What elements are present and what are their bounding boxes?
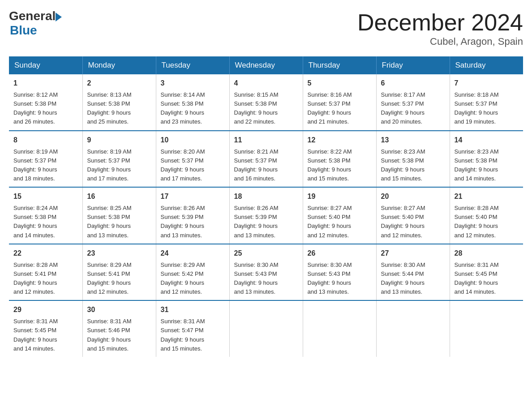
calendar-week-row: 8Sunrise: 8:19 AMSunset: 5:37 PMDaylight… [9, 131, 523, 188]
calendar-day-cell: 24Sunrise: 8:29 AMSunset: 5:42 PMDayligh… [156, 244, 229, 301]
day-number: 15 [13, 191, 78, 202]
page-header: General Blue December 2024 Cubel, Aragon… [9, 9, 523, 47]
day-number: 26 [308, 248, 372, 259]
location-subtitle: Cubel, Aragon, Spain [357, 36, 523, 47]
day-number: 27 [381, 248, 445, 259]
day-of-week-header: Monday [82, 56, 156, 74]
day-info: Sunrise: 8:22 AMSunset: 5:38 PMDaylight:… [308, 147, 372, 184]
calendar-day-cell: 30Sunrise: 8:31 AMSunset: 5:46 PMDayligh… [82, 300, 156, 357]
day-info: Sunrise: 8:19 AMSunset: 5:37 PMDaylight:… [13, 147, 78, 184]
day-info: Sunrise: 8:26 AMSunset: 5:39 PMDaylight:… [234, 204, 298, 240]
day-info: Sunrise: 8:16 AMSunset: 5:37 PMDaylight:… [308, 90, 372, 127]
day-of-week-header: Thursday [303, 56, 376, 74]
day-info: Sunrise: 8:15 AMSunset: 5:38 PMDaylight:… [234, 90, 298, 127]
day-info: Sunrise: 8:30 AMSunset: 5:44 PMDaylight:… [381, 261, 445, 297]
day-of-week-header: Wednesday [229, 56, 303, 74]
calendar-week-row: 29Sunrise: 8:31 AMSunset: 5:45 PMDayligh… [9, 300, 523, 357]
day-info: Sunrise: 8:31 AMSunset: 5:45 PMDaylight:… [13, 317, 78, 353]
day-info: Sunrise: 8:14 AMSunset: 5:38 PMDaylight:… [161, 90, 225, 127]
day-number: 5 [308, 78, 372, 89]
day-number: 17 [161, 191, 225, 202]
day-number: 20 [381, 191, 445, 202]
calendar-day-cell [376, 300, 450, 357]
day-of-week-header: Friday [376, 56, 450, 74]
day-info: Sunrise: 8:30 AMSunset: 5:43 PMDaylight:… [234, 261, 298, 297]
calendar-day-cell: 3Sunrise: 8:14 AMSunset: 5:38 PMDaylight… [156, 74, 229, 131]
calendar-day-cell: 5Sunrise: 8:16 AMSunset: 5:37 PMDaylight… [303, 74, 376, 131]
day-number: 10 [161, 135, 225, 146]
day-number: 28 [455, 248, 519, 259]
logo: General Blue [9, 9, 62, 38]
calendar-day-cell: 2Sunrise: 8:13 AMSunset: 5:38 PMDaylight… [82, 74, 156, 131]
day-number: 31 [161, 304, 225, 315]
day-number: 25 [234, 248, 298, 259]
calendar-day-cell: 4Sunrise: 8:15 AMSunset: 5:38 PMDaylight… [229, 74, 303, 131]
day-info: Sunrise: 8:17 AMSunset: 5:37 PMDaylight:… [381, 90, 445, 127]
calendar-day-cell: 11Sunrise: 8:21 AMSunset: 5:37 PMDayligh… [229, 131, 303, 188]
calendar-day-cell: 10Sunrise: 8:20 AMSunset: 5:37 PMDayligh… [156, 131, 229, 188]
logo-blue-text: Blue [10, 23, 62, 38]
calendar-day-cell: 16Sunrise: 8:25 AMSunset: 5:38 PMDayligh… [82, 187, 156, 244]
day-info: Sunrise: 8:20 AMSunset: 5:37 PMDaylight:… [161, 147, 225, 184]
day-info: Sunrise: 8:24 AMSunset: 5:38 PMDaylight:… [13, 204, 78, 240]
day-info: Sunrise: 8:31 AMSunset: 5:47 PMDaylight:… [161, 317, 225, 353]
day-number: 6 [381, 78, 445, 89]
day-number: 9 [87, 135, 151, 146]
day-number: 4 [234, 78, 298, 89]
calendar-day-cell [450, 300, 523, 357]
calendar-day-cell: 7Sunrise: 8:18 AMSunset: 5:37 PMDaylight… [450, 74, 523, 131]
day-info: Sunrise: 8:26 AMSunset: 5:39 PMDaylight:… [161, 204, 225, 240]
calendar-header-row: SundayMondayTuesdayWednesdayThursdayFrid… [9, 56, 523, 74]
day-of-week-header: Tuesday [156, 56, 229, 74]
day-number: 16 [87, 191, 151, 202]
calendar-day-cell: 20Sunrise: 8:27 AMSunset: 5:40 PMDayligh… [376, 187, 450, 244]
calendar-day-cell: 17Sunrise: 8:26 AMSunset: 5:39 PMDayligh… [156, 187, 229, 244]
calendar-day-cell: 25Sunrise: 8:30 AMSunset: 5:43 PMDayligh… [229, 244, 303, 301]
calendar-day-cell: 28Sunrise: 8:31 AMSunset: 5:45 PMDayligh… [450, 244, 523, 301]
day-of-week-header: Sunday [9, 56, 82, 74]
day-number: 23 [87, 248, 151, 259]
calendar-day-cell: 23Sunrise: 8:29 AMSunset: 5:41 PMDayligh… [82, 244, 156, 301]
day-info: Sunrise: 8:12 AMSunset: 5:38 PMDaylight:… [13, 90, 78, 127]
calendar-day-cell: 12Sunrise: 8:22 AMSunset: 5:38 PMDayligh… [303, 131, 376, 188]
calendar-day-cell: 29Sunrise: 8:31 AMSunset: 5:45 PMDayligh… [9, 300, 82, 357]
calendar-day-cell: 31Sunrise: 8:31 AMSunset: 5:47 PMDayligh… [156, 300, 229, 357]
day-number: 2 [87, 78, 151, 89]
month-title: December 2024 [357, 9, 523, 36]
day-info: Sunrise: 8:28 AMSunset: 5:40 PMDaylight:… [455, 204, 519, 240]
calendar-day-cell: 26Sunrise: 8:30 AMSunset: 5:43 PMDayligh… [303, 244, 376, 301]
logo-general-text: General [9, 9, 56, 23]
calendar-day-cell: 18Sunrise: 8:26 AMSunset: 5:39 PMDayligh… [229, 187, 303, 244]
day-number: 29 [13, 304, 78, 315]
day-number: 24 [161, 248, 225, 259]
day-number: 18 [234, 191, 298, 202]
day-number: 3 [161, 78, 225, 89]
day-info: Sunrise: 8:27 AMSunset: 5:40 PMDaylight:… [308, 204, 372, 240]
day-info: Sunrise: 8:29 AMSunset: 5:41 PMDaylight:… [87, 261, 151, 297]
day-number: 19 [308, 191, 372, 202]
day-number: 13 [381, 135, 445, 146]
calendar-day-cell [303, 300, 376, 357]
day-of-week-header: Saturday [450, 56, 523, 74]
day-info: Sunrise: 8:31 AMSunset: 5:46 PMDaylight:… [87, 317, 151, 353]
day-info: Sunrise: 8:21 AMSunset: 5:37 PMDaylight:… [234, 147, 298, 184]
day-info: Sunrise: 8:30 AMSunset: 5:43 PMDaylight:… [308, 261, 372, 297]
day-number: 7 [455, 78, 519, 89]
calendar-table: SundayMondayTuesdayWednesdayThursdayFrid… [9, 56, 523, 357]
day-number: 11 [234, 135, 298, 146]
calendar-day-cell: 14Sunrise: 8:23 AMSunset: 5:38 PMDayligh… [450, 131, 523, 188]
calendar-day-cell: 6Sunrise: 8:17 AMSunset: 5:37 PMDaylight… [376, 74, 450, 131]
calendar-day-cell: 9Sunrise: 8:19 AMSunset: 5:37 PMDaylight… [82, 131, 156, 188]
calendar-day-cell: 15Sunrise: 8:24 AMSunset: 5:38 PMDayligh… [9, 187, 82, 244]
day-info: Sunrise: 8:13 AMSunset: 5:38 PMDaylight:… [87, 90, 151, 127]
day-info: Sunrise: 8:23 AMSunset: 5:38 PMDaylight:… [381, 147, 445, 184]
day-info: Sunrise: 8:23 AMSunset: 5:38 PMDaylight:… [455, 147, 519, 184]
day-info: Sunrise: 8:18 AMSunset: 5:37 PMDaylight:… [455, 90, 519, 127]
day-info: Sunrise: 8:29 AMSunset: 5:42 PMDaylight:… [161, 261, 225, 297]
day-number: 1 [13, 78, 78, 89]
day-info: Sunrise: 8:31 AMSunset: 5:45 PMDaylight:… [455, 261, 519, 297]
logo-arrow-icon [56, 13, 62, 21]
day-info: Sunrise: 8:28 AMSunset: 5:41 PMDaylight:… [13, 261, 78, 297]
day-info: Sunrise: 8:25 AMSunset: 5:38 PMDaylight:… [87, 204, 151, 240]
day-number: 22 [13, 248, 78, 259]
